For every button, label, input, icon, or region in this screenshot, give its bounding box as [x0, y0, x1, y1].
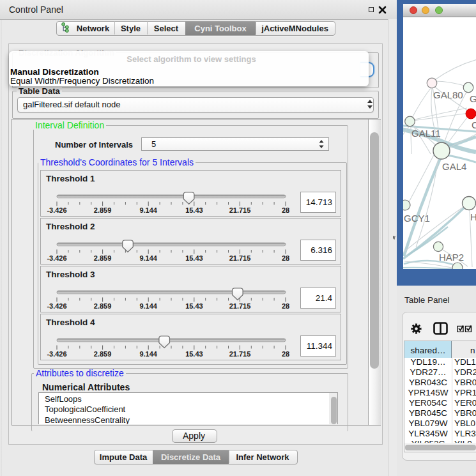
svg-text:GCY1: GCY1	[404, 213, 430, 224]
svg-text:GAL11: GAL11	[411, 128, 441, 139]
svg-text:GA: GA	[470, 93, 476, 104]
svg-text:GAL80: GAL80	[433, 89, 463, 100]
svg-text:HAP2: HAP2	[439, 252, 464, 263]
svg-text:GAL4: GAL4	[442, 161, 466, 172]
svg-text:H: H	[470, 211, 476, 222]
svg-text:C: C	[472, 119, 476, 130]
